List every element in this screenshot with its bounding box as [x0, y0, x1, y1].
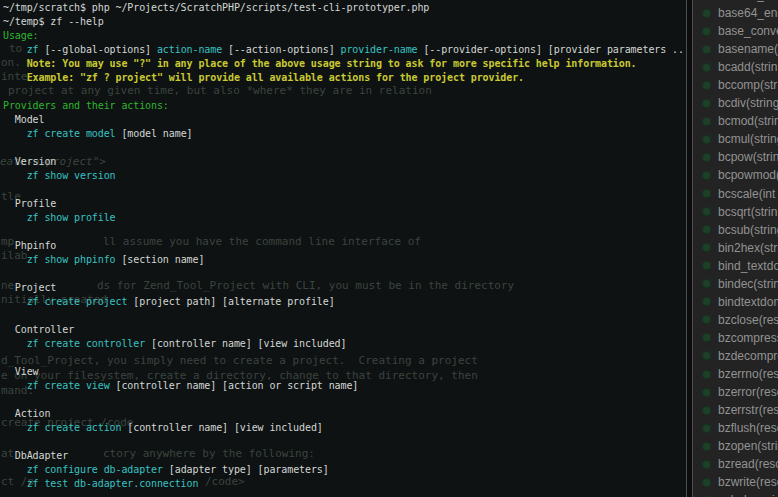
function-list-item[interactable]: cal_days_in — [693, 491, 778, 497]
terminal-line — [3, 351, 686, 365]
terminal-line: Project — [3, 281, 686, 295]
function-name: basename(s — [718, 42, 778, 56]
terminal-line: Usage: — [3, 29, 686, 43]
terminal-line: Note: You may use "?" in any place of th… — [3, 57, 686, 71]
terminal-text-segment: zf show profile — [27, 212, 116, 223]
terminal-line — [3, 141, 686, 155]
function-list-item[interactable]: bindec(strin — [693, 275, 778, 293]
function-icon — [702, 279, 711, 288]
terminal-text-segment — [3, 380, 27, 391]
function-icon — [702, 351, 711, 360]
terminal-line: zf create controller [controller name] [… — [3, 337, 686, 351]
editor-scrollbar[interactable] — [686, 0, 693, 497]
function-list-item[interactable]: bzerrstr(res — [693, 401, 778, 419]
function-list: base64_decbase64_encbase_convebasename(s… — [693, 0, 778, 497]
terminal-line — [3, 267, 686, 281]
terminal-text-segment: [controller name] [view included] — [145, 338, 346, 349]
function-name: bzerrno(res — [718, 367, 778, 381]
terminal-text-segment: Model — [3, 114, 44, 125]
function-icon — [702, 297, 711, 306]
function-icon — [702, 333, 711, 342]
function-icon — [702, 99, 711, 108]
function-name: bcmul(string — [718, 132, 778, 146]
terminal-line: zf create action [controller name] [view… — [3, 421, 686, 435]
terminal-text-segment: [project path] [alternate profile] — [127, 296, 334, 307]
terminal-text-segment: ~/tmp/scratch$ php ~/Projects/ScratchPHP… — [3, 2, 429, 13]
function-list-item[interactable]: bzopen(strin — [693, 437, 778, 455]
function-list-item[interactable]: bzflush(reso — [693, 419, 778, 437]
function-icon — [702, 27, 711, 36]
function-name: bzwrite(reso — [718, 475, 778, 489]
function-list-item[interactable]: bcadd(strin — [693, 58, 778, 76]
terminal-text-segment: Profile — [3, 198, 56, 209]
function-icon — [702, 370, 711, 379]
function-icon — [702, 189, 711, 198]
function-name: base64_enc — [718, 6, 778, 20]
screen: toon.inteproject at any given time, but … — [0, 0, 778, 497]
function-list-item[interactable]: bzerror(reso — [693, 383, 778, 401]
function-icon — [702, 442, 711, 451]
function-icon — [702, 9, 711, 18]
function-icon — [702, 81, 711, 90]
terminal-line: zf show phpinfo [section name] — [3, 253, 686, 267]
terminal-text-segment: Example: "zf ? project" will provide all… — [3, 72, 524, 83]
terminal-line: DbAdapter — [3, 449, 686, 463]
terminal-text-segment: [controller name] [action or script name… — [110, 380, 359, 391]
function-list-item[interactable]: bcscale(int $ — [693, 185, 778, 203]
terminal-text-segment: [--provider-options] [provider parameter… — [417, 44, 686, 55]
function-list-item[interactable]: base64_enc — [693, 4, 778, 22]
terminal-text-segment: provider-name — [341, 44, 418, 55]
terminal-line: zf create view [controller name] [action… — [3, 379, 686, 393]
function-list-item[interactable]: base_conve — [693, 22, 778, 40]
terminal-line: Controller — [3, 323, 686, 337]
terminal-line: Profile — [3, 197, 686, 211]
function-list-item[interactable]: bind_textdo — [693, 257, 778, 275]
function-list-item[interactable]: basename(s — [693, 40, 778, 58]
terminal-text-segment: [--action-options] — [222, 44, 340, 55]
terminal-line: Providers and their actions: — [3, 99, 686, 113]
terminal-line — [3, 435, 686, 449]
terminal-text-segment: Project — [3, 282, 56, 293]
terminal-text-segment: zf configure db-adapter — [27, 464, 163, 475]
function-icon — [702, 460, 711, 469]
function-name: bcmod(strin — [718, 114, 778, 128]
function-list-item[interactable]: bzerrno(res — [693, 365, 778, 383]
function-list-item[interactable]: bcsub(string — [693, 221, 778, 239]
function-list-item[interactable]: bcmod(strin — [693, 112, 778, 130]
terminal-text-segment: Version — [3, 156, 56, 167]
function-name: cal_days_in — [718, 493, 778, 497]
function-list-item[interactable]: bcsqrt(strin — [693, 203, 778, 221]
function-name: bcscale(int $ — [718, 187, 778, 201]
terminal-text-segment: Providers and their actions: — [3, 100, 169, 111]
terminal-window[interactable]: toon.inteproject at any given time, but … — [0, 0, 686, 497]
function-list-item[interactable]: bcpowmod(s — [693, 166, 778, 184]
terminal-line: Example: "zf ? project" will provide all… — [3, 71, 686, 85]
terminal-text-segment: View — [3, 366, 39, 377]
function-list-item[interactable]: bzdecompre — [693, 347, 778, 365]
function-list-item[interactable]: bzwrite(reso — [693, 473, 778, 491]
function-list-item[interactable]: bcpow(strin — [693, 148, 778, 166]
terminal-text-segment: Phpinfo — [3, 240, 56, 251]
terminal-text-segment — [3, 338, 27, 349]
function-icon — [702, 424, 711, 433]
function-list-item[interactable]: bzcompress — [693, 329, 778, 347]
php-function-list-panel: base64_decbase64_encbase_convebasename(s… — [693, 0, 778, 497]
terminal-line — [3, 183, 686, 197]
function-name: bzdecompre — [718, 349, 778, 363]
function-icon — [702, 135, 711, 144]
function-list-item[interactable]: bzread(reso — [693, 455, 778, 473]
function-name: bzerrstr(res — [718, 403, 778, 417]
function-list-item[interactable]: bcdiv(string — [693, 94, 778, 112]
function-list-item[interactable]: bzclose(reso — [693, 311, 778, 329]
function-icon — [702, 261, 711, 270]
function-icon — [702, 45, 711, 54]
function-name: bcadd(strin — [718, 60, 777, 74]
function-list-item[interactable]: bcmul(string — [693, 130, 778, 148]
terminal-text-segment: zf create project — [27, 296, 128, 307]
function-list-item[interactable]: bin2hex(stri — [693, 239, 778, 257]
terminal-line: zf show profile — [3, 211, 686, 225]
function-list-item[interactable]: bindtextdom — [693, 293, 778, 311]
terminal-line — [3, 309, 686, 323]
function-name: bcsqrt(strin — [718, 205, 777, 219]
function-list-item[interactable]: bccomp(str — [693, 76, 778, 94]
